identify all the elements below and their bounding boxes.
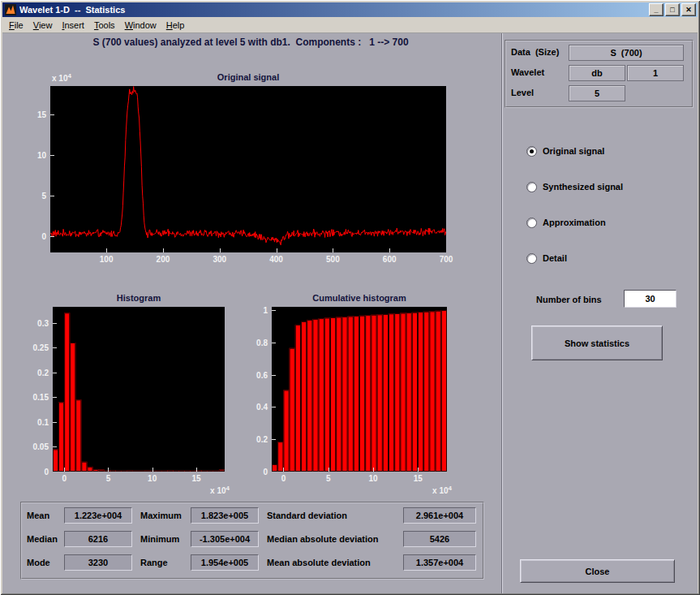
stat-minimum-value: -1.305e+004 bbox=[191, 531, 259, 547]
wavelet-row: Wavelet db 1 bbox=[506, 65, 692, 81]
radio-button-icon[interactable] bbox=[526, 146, 537, 157]
close-button[interactable]: Close bbox=[520, 559, 675, 583]
stat-median-abs-dev-label: Median absolute deviation bbox=[259, 534, 403, 544]
wavelet-number-value: 1 bbox=[627, 65, 684, 81]
number-of-bins-label: Number of bins bbox=[536, 295, 602, 304]
histogram-title: Histogram bbox=[53, 293, 225, 303]
wavelet-label: Wavelet bbox=[511, 67, 544, 77]
data-size-label: Data (Size) bbox=[511, 47, 559, 57]
window: Wavelet 1-D -- Statistics _ □ ✕ File Vie… bbox=[0, 0, 700, 595]
y-scale-label: x 104 bbox=[52, 72, 71, 83]
scale-exponent: 4 bbox=[67, 72, 71, 80]
figure-area: S (700 values) analyzed at level 5 with … bbox=[2, 33, 698, 593]
x-axis-ticks: 051015 bbox=[272, 472, 447, 485]
stat-range-value: 1.954e+005 bbox=[191, 554, 259, 571]
titlebar-close-button[interactable]: ✕ bbox=[681, 3, 696, 16]
scale-base: x 10 bbox=[210, 486, 225, 495]
bins-input[interactable] bbox=[624, 290, 676, 308]
radio-button-icon[interactable] bbox=[526, 182, 537, 192]
data-size-row: Data (Size) S (700) bbox=[506, 45, 692, 61]
radio-detail-label: Detail bbox=[543, 253, 567, 263]
stat-mean-abs-dev-label: Mean absolute deviation bbox=[259, 558, 403, 567]
x-scale-label: x 104 bbox=[432, 485, 452, 495]
show-statistics-button[interactable]: Show statistics bbox=[531, 326, 663, 360]
stat-std-deviation-value: 2.961e+004 bbox=[403, 507, 476, 524]
stat-minimum-label: Minimum bbox=[132, 534, 191, 544]
radio-button-icon[interactable] bbox=[526, 253, 537, 264]
stat-std-deviation-label: Standard deviation bbox=[259, 511, 403, 520]
scale-base: x 10 bbox=[432, 486, 448, 495]
x-axis-ticks: 100200300400500600700 bbox=[50, 252, 446, 265]
control-panel: Data (Size) S (700) Wavelet db 1 Level 5… bbox=[501, 33, 698, 593]
statistics-grid: Mean 1.223e+004 Maximum 1.823e+005 Stand… bbox=[22, 503, 483, 575]
stat-maximum-value: 1.823e+005 bbox=[191, 507, 259, 524]
radio-original-signal[interactable]: Original signal bbox=[526, 145, 604, 157]
radio-original-signal-label: Original signal bbox=[543, 146, 604, 156]
original-signal-plot: Original signal x 104 051015 10020030040… bbox=[50, 86, 446, 252]
stat-mean-abs-dev-value: 1.357e+004 bbox=[403, 554, 476, 571]
statistics-panel: Mean 1.223e+004 Maximum 1.823e+005 Stand… bbox=[20, 502, 484, 580]
stat-mode-label: Mode bbox=[27, 558, 64, 567]
radio-synthesized-signal-label: Synthesized signal bbox=[543, 182, 623, 192]
original-signal-title: Original signal bbox=[50, 72, 446, 82]
menu-tools[interactable]: Tools bbox=[89, 19, 120, 32]
scale-exponent: 4 bbox=[449, 485, 452, 492]
matlab-icon bbox=[4, 3, 17, 16]
cumulative-histogram-canvas bbox=[272, 307, 447, 472]
menu-file[interactable]: File bbox=[4, 19, 28, 32]
level-value: 5 bbox=[569, 85, 625, 101]
x-axis-ticks: 051015 bbox=[53, 472, 225, 485]
stat-mean-value: 1.223e+004 bbox=[64, 507, 132, 524]
radio-detail[interactable]: Detail bbox=[526, 252, 567, 264]
histogram-canvas bbox=[53, 307, 225, 472]
scale-exponent: 4 bbox=[226, 485, 230, 492]
menu-window[interactable]: Window bbox=[120, 19, 161, 32]
cumulative-histogram-plot: Cumulative histogram x 104 00.20.40.60.8… bbox=[272, 307, 447, 472]
radio-button-icon[interactable] bbox=[526, 218, 537, 228]
analysis-summary: S (700 values) analyzed at level 5 with … bbox=[2, 37, 499, 48]
y-axis-ticks: 00.20.40.60.81 bbox=[243, 307, 272, 472]
stat-range-label: Range bbox=[132, 558, 191, 567]
menu-insert[interactable]: Insert bbox=[57, 19, 89, 32]
data-size-value: S (700) bbox=[569, 45, 684, 61]
window-controls: _ □ ✕ bbox=[649, 3, 696, 16]
stat-median-abs-dev-value: 5426 bbox=[403, 531, 476, 547]
y-axis-ticks: 051015 bbox=[21, 86, 50, 252]
original-signal-canvas bbox=[50, 86, 446, 252]
histogram-plot: Histogram x 104 00.050.10.150.20.250.3 0… bbox=[53, 307, 225, 472]
maximize-button[interactable]: □ bbox=[665, 3, 680, 16]
scale-base: x 10 bbox=[52, 74, 67, 83]
menu-view[interactable]: View bbox=[28, 19, 58, 32]
x-scale-label: x 104 bbox=[210, 485, 230, 495]
window-title: Wavelet 1-D -- Statistics bbox=[19, 5, 646, 15]
wavelet-family-value: db bbox=[569, 65, 625, 81]
stat-median-label: Median bbox=[27, 534, 64, 544]
radio-approximation[interactable]: Approximation bbox=[526, 217, 606, 228]
titlebar[interactable]: Wavelet 1-D -- Statistics _ □ ✕ bbox=[2, 2, 698, 17]
y-axis-ticks: 00.050.10.150.20.250.3 bbox=[24, 307, 53, 472]
stat-mode-value: 3230 bbox=[64, 554, 132, 571]
stat-mean-label: Mean bbox=[27, 511, 64, 520]
radio-approximation-label: Approximation bbox=[543, 218, 606, 227]
stat-median-value: 6216 bbox=[64, 531, 132, 547]
minimize-button[interactable]: _ bbox=[649, 3, 663, 16]
menubar: File View Insert Tools Window Help bbox=[2, 17, 698, 33]
level-row: Level 5 bbox=[506, 85, 692, 101]
radio-synthesized-signal[interactable]: Synthesized signal bbox=[526, 181, 623, 192]
data-info-group: Data (Size) S (700) Wavelet db 1 Level 5 bbox=[505, 40, 694, 108]
cumulative-histogram-title: Cumulative histogram bbox=[272, 293, 447, 303]
menu-help[interactable]: Help bbox=[161, 19, 190, 32]
level-label: Level bbox=[511, 88, 534, 97]
stat-maximum-label: Maximum bbox=[132, 511, 191, 520]
